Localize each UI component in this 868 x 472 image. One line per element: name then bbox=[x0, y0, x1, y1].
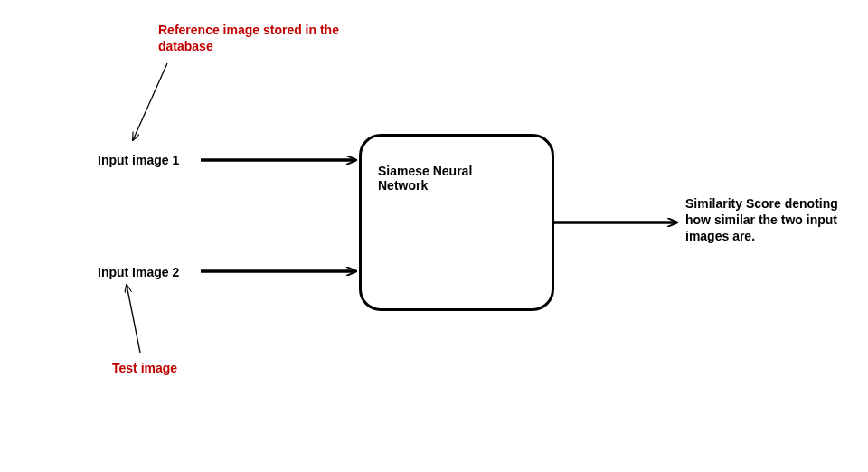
network-box: Siamese Neural Network bbox=[359, 134, 554, 311]
input-2-label: Input Image 2 bbox=[98, 264, 179, 280]
reference-annotation: Reference image stored in the database bbox=[158, 22, 339, 54]
network-box-label: Siamese Neural Network bbox=[378, 164, 495, 193]
annotation-arrow-test bbox=[127, 285, 140, 353]
annotation-arrow-reference bbox=[133, 63, 167, 140]
input-1-label: Input image 1 bbox=[98, 152, 179, 168]
test-annotation: Test image bbox=[112, 360, 177, 376]
output-label: Similarity Score denoting how similar th… bbox=[685, 195, 839, 245]
